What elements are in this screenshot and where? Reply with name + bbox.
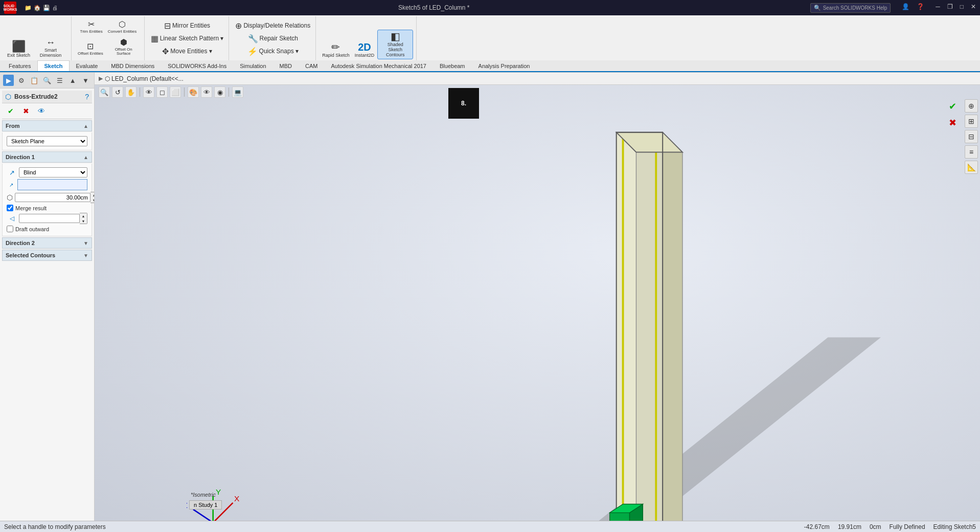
merge-result-checkbox[interactable]: [7, 205, 13, 211]
draft-increment-btn[interactable]: ▲: [80, 213, 87, 218]
restore-btn[interactable]: ❐: [947, 3, 953, 13]
vp-display-btn[interactable]: ⬜: [170, 86, 181, 98]
fm-btn-expand-all[interactable]: ▼: [80, 75, 91, 86]
fm-tab-config[interactable]: ⚙: [16, 75, 27, 86]
vp-section-btn[interactable]: ◻: [156, 86, 168, 98]
direction1-type-dropdown[interactable]: Blind Through All Up To Next Up To Verte…: [19, 167, 87, 178]
fm-tab-search[interactable]: ☰: [55, 75, 65, 86]
linear-pattern-button[interactable]: ▦ Linear Sketch Pattern ▾: [149, 33, 226, 45]
from-dropdown[interactable]: Sketch Plane: [7, 136, 87, 146]
pm-cancel-button[interactable]: ✖: [20, 105, 32, 117]
status-mode: Editing Sketch5: [933, 523, 976, 530]
offset-surface-button[interactable]: ⬢ Offset On Surface: [106, 37, 141, 58]
tab-mbd-dimensions[interactable]: MBD Dimensions: [104, 60, 161, 71]
direction1-flip-btn[interactable]: ↗: [7, 167, 17, 178]
right-face: [663, 132, 682, 521]
vp-ok-button[interactable]: ✔: [945, 99, 960, 114]
quick-snaps-button[interactable]: ⚡ Quick Snaps ▾: [245, 46, 301, 57]
vp-sep2: [184, 87, 185, 97]
move-icon: ✥: [162, 47, 169, 56]
tab-sketch[interactable]: Sketch: [37, 60, 69, 71]
draft-input[interactable]: [19, 214, 80, 223]
study-tab[interactable]: n Study 1: [189, 500, 222, 509]
pm-preview-button[interactable]: 👁: [36, 105, 47, 117]
depth-input[interactable]: 30.00cm: [15, 193, 90, 202]
depth-decrement-btn[interactable]: ▼: [90, 197, 94, 203]
display-delete-button[interactable]: ⊕ Display/Delete Relations: [233, 20, 312, 32]
user-icon[interactable]: 👤: [902, 3, 909, 13]
right-icon-5[interactable]: 📐: [965, 161, 978, 174]
fm-btn-collapse-all[interactable]: ▲: [67, 75, 78, 86]
right-icon-2[interactable]: ⊞: [965, 115, 978, 128]
fm-tab-model[interactable]: ▶: [3, 75, 14, 86]
move-entities-button[interactable]: ✥ Move Entities ▾: [160, 46, 214, 57]
vp-pan-btn[interactable]: ✋: [125, 86, 136, 98]
help-icon[interactable]: ❓: [917, 3, 924, 13]
tab-cam[interactable]: CAM: [299, 60, 324, 71]
exit-buttons: ⬛ Exit Sketch ↔ Smart Dimension: [5, 17, 68, 59]
tab-simulation[interactable]: Simulation: [233, 60, 272, 71]
viewport[interactable]: ▶ ⬡ LED_Column (Default<<... 🔍 ↺ ✋ 👁 ◻ ⬜…: [95, 73, 980, 521]
maximize-btn[interactable]: □: [960, 3, 964, 13]
right-icon-3[interactable]: ⊟: [965, 130, 978, 143]
instant2d-button[interactable]: 2D Instant2D: [353, 41, 377, 59]
rapid-sketch-button[interactable]: ✏ Rapid Sketch: [320, 41, 352, 59]
exit-sketch-button[interactable]: ⬛ Exit Sketch: [5, 40, 32, 59]
direction2-header[interactable]: Direction 2 ▼: [2, 237, 92, 249]
tab-features[interactable]: Features: [2, 60, 37, 71]
direction1-content: ↗ Blind Through All Up To Next Up To Ver…: [2, 164, 92, 236]
fm-tab-properties[interactable]: 📋: [29, 75, 39, 86]
tab-autodesk[interactable]: Autodesk Simulation Mechanical 2017: [324, 60, 433, 71]
tab-evaluate[interactable]: Evaluate: [70, 60, 105, 71]
close-btn[interactable]: ✕: [971, 3, 976, 13]
vp-realview-btn[interactable]: ◉: [214, 86, 225, 98]
draft-icon: ◁: [7, 213, 17, 224]
vp-shading-btn[interactable]: 🎨: [188, 86, 199, 98]
menu-print[interactable]: 🖨: [52, 5, 58, 11]
tab-mbd[interactable]: MBD: [273, 60, 299, 71]
tab-bar: Features Sketch Evaluate MBD Dimensions …: [0, 60, 980, 72]
trim-entities-button[interactable]: ✂ Trim Entities: [78, 19, 105, 35]
menu-save[interactable]: 💾: [43, 5, 50, 11]
convert-entities-button[interactable]: ⬡ Convert Entities: [106, 19, 139, 35]
fm-tab-features[interactable]: 🔍: [41, 75, 52, 86]
tab-analysis[interactable]: Analysis Preparation: [472, 60, 537, 71]
mirror-entities-button[interactable]: ⊟ Mirror Entities: [162, 20, 212, 32]
depth-icon: ⬡: [7, 192, 13, 203]
offset-entities-button[interactable]: ⊡ Offset Entities: [76, 37, 105, 58]
menu-home[interactable]: 🏠: [34, 5, 41, 11]
menu-file[interactable]: 📁: [25, 5, 32, 11]
tab-sw-addins[interactable]: SOLIDWORKS Add-Ins: [161, 60, 233, 71]
search-box[interactable]: 🔍 Search SOLIDWORKS Help: [810, 3, 891, 13]
minimize-btn[interactable]: ─: [936, 3, 940, 13]
depth-increment-btn[interactable]: ▲: [90, 192, 94, 197]
vp-zoom-btn[interactable]: 🔍: [99, 86, 110, 98]
pm-help-btn[interactable]: ?: [85, 93, 89, 101]
vp-view-btn[interactable]: 👁: [143, 86, 154, 98]
draft-outward-checkbox[interactable]: [7, 226, 13, 232]
repair-sketch-button[interactable]: 🔧 Repair Sketch: [246, 33, 300, 45]
path-item: ⬡ LED_Column (Default<<...: [105, 75, 184, 82]
shaded-sketch-button[interactable]: ◧ Shaded Sketch Contours: [377, 30, 413, 59]
vp-rotate-btn[interactable]: ↺: [112, 86, 123, 98]
pm-ok-button[interactable]: ✔: [5, 105, 16, 117]
smart-dimension-button[interactable]: ↔ Smart Dimension: [33, 37, 68, 59]
right-icon-4[interactable]: ≡: [965, 145, 978, 159]
pm-content: ⬡ Boss-Extrude2 ? ✔ ✖ 👁 From ▲ Sketch Pl…: [0, 88, 94, 521]
vp-hide-btn[interactable]: 👁: [201, 86, 212, 98]
direction1-ref-icon: ↗: [7, 180, 15, 190]
direction1-header[interactable]: Direction 1 ▲: [2, 151, 92, 163]
from-section-header[interactable]: From ▲: [2, 120, 92, 131]
vp-cancel-button[interactable]: ✖: [945, 116, 960, 130]
vp-scene-btn[interactable]: 💻: [232, 86, 243, 98]
draft-spinner: ▲ ▼: [80, 213, 87, 224]
window-controls[interactable]: 🔍 Search SOLIDWORKS Help 👤 ❓ ─ ❐ □ ✕: [810, 3, 976, 13]
draft-decrement-btn[interactable]: ▼: [80, 218, 87, 224]
vp-sep1: [140, 87, 140, 97]
selected-contours-header[interactable]: Selected Contours ▼: [2, 250, 92, 261]
tab-bluebeam[interactable]: Bluebeam: [433, 60, 472, 71]
rapid-buttons: ✏ Rapid Sketch 2D Instant2D ◧ Shaded Ske…: [320, 17, 413, 59]
svg-text:X: X: [234, 494, 240, 503]
direction1-ref-input[interactable]: [17, 179, 87, 190]
right-icon-1[interactable]: ⊕: [965, 99, 978, 113]
